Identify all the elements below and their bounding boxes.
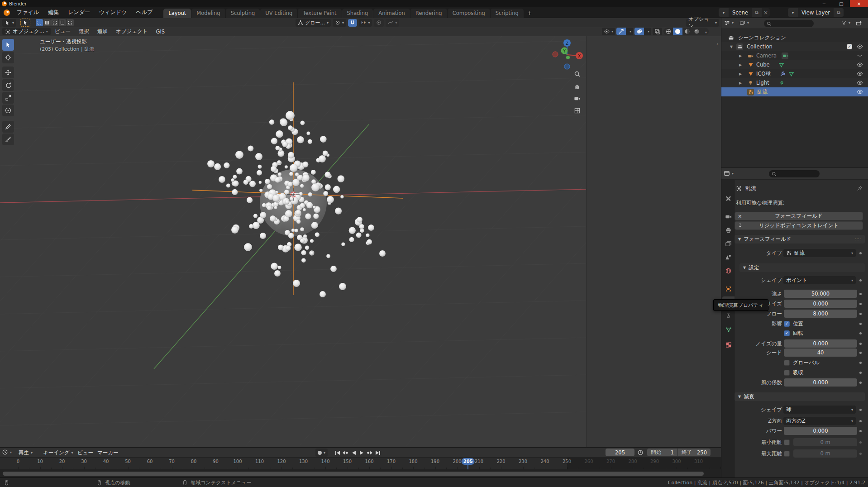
animate-dot[interactable] — [859, 382, 862, 384]
play-button[interactable] — [358, 449, 365, 457]
transform-orientation-dropdown[interactable]: グロー... ▾ — [296, 19, 331, 27]
affect-location-checkbox[interactable]: ✓ — [784, 321, 790, 327]
select-mode-set[interactable] — [36, 19, 43, 26]
select-mode-intersect[interactable] — [67, 19, 74, 26]
current-frame-field[interactable]: 205 — [606, 449, 634, 456]
prev-keyframe-button[interactable] — [342, 449, 349, 457]
animate-dot[interactable] — [859, 352, 862, 354]
animate-dot[interactable] — [859, 323, 862, 325]
shading-material[interactable] — [682, 29, 692, 34]
tab-uv-editing[interactable]: UV Editing — [260, 9, 297, 18]
outliner-row-scene-collection[interactable]: シーンコレクション — [721, 33, 868, 42]
animate-dot[interactable] — [859, 332, 862, 334]
camera-hidden-icon[interactable] — [856, 53, 863, 59]
menu-help[interactable]: ヘルプ — [131, 7, 157, 18]
scene-unlink-icon[interactable]: × — [762, 10, 770, 16]
timeline-scrollbar[interactable] — [3, 472, 704, 476]
properties-search[interactable] — [769, 170, 820, 177]
show-overlays-toggle[interactable] — [634, 28, 644, 35]
menu-object[interactable]: オブジェクト — [112, 27, 152, 36]
new-collection-button[interactable] — [856, 20, 862, 26]
tab-output[interactable] — [722, 224, 734, 236]
end-frame-field[interactable]: 終了 250 — [678, 449, 711, 456]
close-button[interactable]: × — [850, 0, 868, 7]
mode-dropdown[interactable]: オブジェク... ▾ — [2, 28, 51, 35]
timeline-ruler[interactable]: 0102030405060708090100110120130140150160… — [0, 458, 721, 469]
timeline-menu-keying[interactable]: キーイング▾ — [39, 448, 77, 458]
outliner-row-cube[interactable]: ▶ Cube — [721, 60, 868, 69]
minimize-button[interactable]: − — [816, 0, 833, 7]
min-distance-checkbox[interactable] — [784, 439, 790, 445]
affect-rotation-checkbox[interactable]: ✓ — [784, 330, 790, 336]
select-mode-subtract[interactable] — [51, 19, 58, 26]
shading-dropdown[interactable]: ▾ — [701, 29, 709, 35]
settings-section-header[interactable]: ▼設定 — [739, 263, 865, 272]
shading-solid[interactable] — [673, 28, 682, 35]
max-distance-checkbox[interactable] — [784, 451, 790, 457]
outliner-mode-dropdown[interactable]: ▾ — [739, 20, 749, 26]
menu-window[interactable]: ウィンドウ — [95, 7, 131, 18]
menu-select[interactable]: 選択 — [75, 27, 93, 36]
tab-sculpting[interactable]: Sculpting — [226, 9, 260, 18]
animate-dot[interactable] — [859, 430, 862, 432]
animate-dot[interactable] — [859, 420, 862, 422]
xray-toggle[interactable] — [653, 28, 662, 35]
blender-menu-icon[interactable] — [4, 10, 10, 16]
camera-view-icon[interactable] — [573, 94, 581, 102]
animate-dot[interactable] — [859, 362, 862, 364]
select-mode-extend[interactable] — [43, 19, 51, 26]
proportional-edit-toggle[interactable] — [374, 19, 384, 27]
region-collapse-arrow[interactable]: ‹ — [716, 42, 718, 47]
force-field-section-header[interactable]: ▼フォースフィールド ∷∷ — [734, 235, 865, 244]
jump-to-end-button[interactable] — [374, 449, 382, 457]
light-eye-icon[interactable] — [856, 80, 863, 86]
menu-render[interactable]: レンダー — [63, 7, 95, 18]
scene-copy-icon[interactable]: ⧉ — [752, 8, 762, 17]
use-preview-range-toggle[interactable] — [637, 449, 644, 456]
wind-factor-field[interactable]: 0.000 — [784, 378, 857, 387]
view-layer-name[interactable]: View Layer — [798, 10, 834, 16]
navigation-gizmo[interactable]: Z X Y — [550, 38, 584, 72]
outliner-filter-dropdown[interactable]: ▾ — [841, 20, 850, 26]
play-reverse-button[interactable] — [350, 449, 357, 457]
tab-layout[interactable]: Layout — [163, 9, 191, 18]
tool-move[interactable] — [2, 67, 14, 78]
collection-eye-icon[interactable] — [856, 43, 863, 50]
outliner-row-camera[interactable]: ▶ Camera — [721, 51, 868, 60]
next-keyframe-button[interactable] — [366, 449, 373, 457]
snap-target-dropdown[interactable]: ⊦⊦▾ — [359, 19, 372, 27]
animate-dot[interactable] — [859, 409, 862, 411]
absorption-checkbox[interactable] — [784, 370, 790, 376]
noise-field[interactable]: 0.000 — [784, 339, 857, 348]
add-workspace-button[interactable]: + — [524, 9, 535, 18]
animate-dot[interactable] — [859, 303, 862, 305]
tool-cursor[interactable] — [2, 52, 14, 63]
tab-compositing[interactable]: Compositing — [448, 9, 490, 18]
seed-field[interactable]: 40 — [784, 349, 857, 357]
timeline-menu-marker[interactable]: マーカー — [93, 448, 123, 458]
tab-animation[interactable]: Animation — [373, 9, 410, 18]
tab-tool[interactable] — [722, 192, 734, 204]
pan-hand-icon[interactable] — [573, 82, 581, 90]
outliner-display-dropdown[interactable]: ▾ — [724, 20, 734, 26]
overlays-dropdown[interactable]: ▾ — [644, 28, 651, 35]
scene-icon[interactable]: ▾ — [719, 8, 729, 17]
keying-set-dropdown[interactable]: ▾ — [324, 451, 325, 455]
options-dropdown[interactable]: オプション ▾ — [686, 19, 719, 27]
cube-expand-icon[interactable]: ▶ — [739, 63, 742, 67]
tab-world[interactable] — [722, 265, 734, 277]
tool-select-box[interactable] — [2, 39, 14, 51]
menu-file[interactable]: ファイル — [12, 7, 43, 18]
flow-field[interactable]: 8.000 — [784, 310, 857, 318]
animate-dot[interactable] — [859, 453, 862, 455]
menu-gis[interactable]: GIS — [152, 27, 169, 36]
z-direction-dropdown[interactable]: 両方のZ▾ — [783, 417, 856, 425]
animate-dot[interactable] — [859, 279, 862, 282]
size-field[interactable]: 0.000 — [784, 300, 857, 308]
select-mode-invert[interactable] — [59, 19, 66, 26]
outliner-search[interactable] — [764, 20, 814, 27]
power-field[interactable]: 0.000 — [784, 427, 857, 435]
object-visibility-dropdown[interactable]: ▾ — [602, 28, 615, 35]
view-layer-copy-icon[interactable]: ⧉ — [834, 8, 844, 17]
gizmo-dropdown[interactable]: ▾ — [626, 28, 633, 35]
